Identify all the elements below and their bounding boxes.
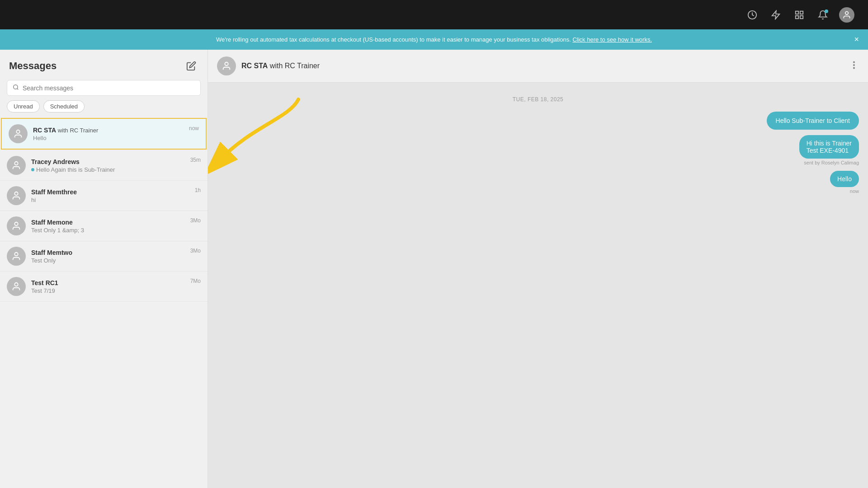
- message-info: Test RC1 Test 7/19: [31, 279, 185, 294]
- message-meta: sent by Roselyn Calimag: [804, 160, 859, 165]
- list-item[interactable]: Staff Memthree hi 1h: [0, 181, 208, 211]
- svg-line-8: [17, 89, 19, 90]
- message-sender: Test RC1: [31, 279, 185, 286]
- message-bubble: Hello Sub-Trainer to Client: [767, 112, 859, 130]
- message-time: 1h: [195, 187, 201, 193]
- message-time: 7Mo: [190, 278, 201, 284]
- sidebar: Messages Unread Scheduled: [0, 50, 208, 488]
- message-sender: Staff Memone: [31, 219, 185, 226]
- notification-dot: [825, 9, 828, 13]
- svg-point-13: [14, 253, 18, 256]
- svg-point-19: [854, 67, 854, 68]
- svg-point-11: [14, 192, 18, 195]
- grid-icon[interactable]: [792, 8, 807, 22]
- message-info: Tracey Andrews Hello Again this is Sub-T…: [31, 158, 185, 173]
- svg-rect-2: [796, 11, 798, 14]
- list-item[interactable]: RC STA with RC Trainer Hello now: [1, 118, 207, 150]
- unread-dot: [31, 168, 34, 171]
- message-preview: Test Only: [31, 257, 185, 264]
- message-info: Staff Memone Test Only 1 &amp; 3: [31, 219, 185, 234]
- message-preview: Hello: [33, 135, 184, 141]
- message-bubble-wrapper: Hi this is TrainerTest EXE-4901 sent by …: [217, 135, 859, 165]
- sidebar-header: Messages: [0, 50, 208, 78]
- search-icon: [13, 84, 19, 92]
- filter-unread-button[interactable]: Unread: [7, 100, 40, 113]
- message-info: Staff Memtwo Test Only: [31, 249, 185, 264]
- chat-avatar: [217, 56, 236, 75]
- history-icon[interactable]: [745, 8, 760, 22]
- message-preview: Test 7/19: [31, 287, 185, 294]
- avatar: [7, 277, 26, 296]
- message-time: 35m: [190, 157, 201, 163]
- chat-title: RC STA with RC Trainer: [241, 62, 320, 70]
- date-separator: TUE, FEB 18, 2025: [217, 96, 859, 103]
- message-meta: now: [850, 188, 859, 194]
- avatar: [7, 186, 26, 205]
- avatar: [7, 247, 26, 266]
- svg-point-12: [14, 222, 18, 225]
- message-bubble-wrapper: Hello now: [217, 171, 859, 194]
- announcement-banner: We're rolling out automated tax calculat…: [0, 29, 868, 50]
- user-avatar-icon[interactable]: [839, 7, 854, 23]
- message-list: RC STA with RC Trainer Hello now: [0, 117, 208, 488]
- top-navbar: [0, 0, 868, 29]
- svg-point-16: [225, 62, 228, 66]
- list-item[interactable]: Staff Memtwo Test Only 3Mo: [0, 241, 208, 272]
- svg-point-18: [854, 65, 854, 66]
- message-time: 3Mo: [190, 248, 201, 254]
- message-sender: Staff Memthree: [31, 188, 189, 196]
- main-content: Messages Unread Scheduled: [0, 50, 868, 488]
- avatar: [9, 124, 28, 143]
- svg-rect-4: [796, 15, 798, 18]
- list-item[interactable]: Tracey Andrews Hello Again this is Sub-T…: [0, 150, 208, 181]
- chat-header-left: RC STA with RC Trainer: [217, 56, 320, 75]
- filter-buttons: Unread Scheduled: [0, 100, 208, 117]
- svg-rect-5: [800, 15, 803, 18]
- svg-point-10: [14, 162, 18, 165]
- svg-point-6: [845, 11, 849, 14]
- list-item[interactable]: Test RC1 Test 7/19 7Mo: [0, 272, 208, 302]
- sidebar-title: Messages: [9, 60, 57, 72]
- bolt-icon[interactable]: [769, 8, 783, 22]
- announcement-text: We're rolling out automated tax calculat…: [216, 36, 652, 43]
- message-bubble-wrapper: Hello Sub-Trainer to Client: [217, 112, 859, 130]
- svg-point-17: [854, 61, 854, 62]
- chat-menu-icon[interactable]: [849, 60, 859, 72]
- announcement-close-button[interactable]: ×: [854, 35, 859, 44]
- list-item[interactable]: Staff Memone Test Only 1 &amp; 3 3Mo: [0, 211, 208, 241]
- chat-messages: TUE, FEB 18, 2025 Hello Sub-Trainer to C…: [208, 83, 868, 488]
- svg-point-7: [14, 85, 18, 89]
- message-sender: Tracey Andrews: [31, 158, 185, 165]
- message-info: RC STA with RC Trainer Hello: [33, 127, 184, 141]
- search-box[interactable]: [7, 80, 201, 96]
- avatar: [7, 216, 26, 235]
- svg-rect-3: [800, 11, 803, 14]
- message-bubble: Hello: [830, 171, 859, 187]
- announcement-link[interactable]: Click here to see how it works.: [572, 36, 652, 43]
- svg-point-9: [16, 130, 19, 133]
- filter-scheduled-button[interactable]: Scheduled: [43, 100, 85, 113]
- message-time: now: [189, 125, 199, 131]
- chat-area: RC STA with RC Trainer TUE, FEB 18, 2025…: [208, 50, 868, 488]
- message-preview: Test Only 1 &amp; 3: [31, 227, 185, 234]
- message-sender: Staff Memtwo: [31, 249, 185, 256]
- message-sender: RC STA with RC Trainer: [33, 127, 184, 134]
- search-input[interactable]: [23, 84, 195, 92]
- chat-header: RC STA with RC Trainer: [208, 50, 868, 83]
- bell-icon[interactable]: [816, 8, 830, 22]
- compose-icon[interactable]: [184, 59, 198, 73]
- message-bubble: Hi this is TrainerTest EXE-4901: [799, 135, 859, 159]
- svg-marker-1: [772, 10, 780, 19]
- chat-main-wrapper: RC STA with RC Trainer TUE, FEB 18, 2025…: [208, 50, 868, 488]
- svg-point-14: [14, 283, 18, 286]
- message-info: Staff Memthree hi: [31, 188, 189, 203]
- avatar: [7, 156, 26, 175]
- message-preview: Hello Again this is Sub-Trainer: [31, 166, 185, 173]
- message-preview: hi: [31, 197, 189, 203]
- message-time: 3Mo: [190, 217, 201, 224]
